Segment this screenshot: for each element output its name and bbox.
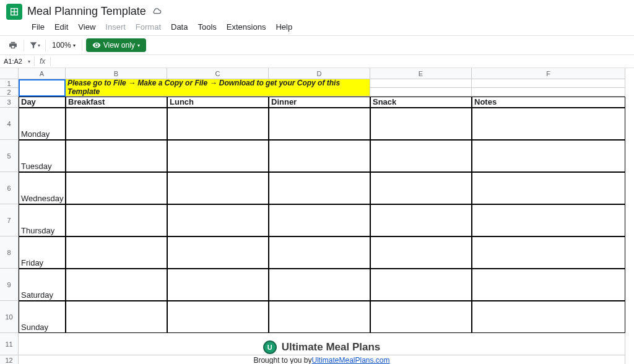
row-header-10[interactable]: 10 [0,301,19,333]
header-day[interactable]: Day [19,97,66,108]
row-header-4[interactable]: 4 [0,108,19,140]
cell[interactable] [167,269,269,301]
cell[interactable] [472,140,625,172]
cell[interactable] [269,236,370,269]
cell[interactable] [167,204,269,236]
cell[interactable] [66,172,167,204]
cell[interactable] [370,301,472,333]
day-sunday[interactable]: Sunday [19,301,66,333]
day-thursday[interactable]: Thursday [19,204,66,236]
ump-link[interactable]: UltimateMealPlans.com [312,356,390,365]
cell[interactable] [167,172,269,204]
column-header-row: A B C D E F [0,68,634,79]
col-header-d[interactable]: D [269,68,370,79]
col-header-b[interactable]: B [66,68,167,79]
cell[interactable] [472,269,625,301]
header-snack[interactable]: Snack [370,97,472,108]
menu-format[interactable]: Format [131,21,165,33]
print-icon[interactable] [6,38,20,52]
menu-help[interactable]: Help [271,21,297,33]
row-header-12[interactable]: 12 [0,355,19,364]
row-header-8[interactable]: 8 [0,236,19,269]
menu-tools[interactable]: Tools [193,21,220,33]
cell[interactable] [66,140,167,172]
cell[interactable] [269,172,370,204]
col-header-f[interactable]: F [472,68,625,79]
cell[interactable] [269,140,370,172]
cell[interactable] [66,204,167,236]
view-only-button[interactable]: View only ▾ [86,38,146,52]
header-dinner[interactable]: Dinner [269,97,370,108]
cells-area[interactable]: Please go to File → Make a Copy or File … [19,79,625,364]
filter-icon[interactable]: ▾ [28,38,41,52]
row-header-2[interactable]: 2 [0,88,19,97]
col-header-e[interactable]: E [370,68,472,79]
menu-data[interactable]: Data [167,21,192,33]
row-header-7[interactable]: 7 [0,204,19,236]
header-lunch[interactable]: Lunch [167,97,269,108]
cell[interactable] [472,172,625,204]
col-header-c[interactable]: C [167,68,269,79]
row-header-3[interactable]: 3 [0,97,19,108]
menu-file[interactable]: File [27,21,49,33]
cell[interactable] [66,108,167,140]
row-header-5[interactable]: 5 [0,140,19,172]
cloud-icon [152,7,162,19]
cell[interactable] [370,172,472,204]
day-wednesday[interactable]: Wednesday [19,172,66,204]
cell-f2[interactable] [472,88,625,97]
cell[interactable] [472,204,625,236]
menu-edit[interactable]: Edit [50,21,72,33]
cell[interactable] [66,236,167,269]
cell[interactable] [370,140,472,172]
toolbar: ▾ 100%▾ View only ▾ [0,35,634,55]
day-tuesday[interactable]: Tuesday [19,140,66,172]
cell[interactable] [269,108,370,140]
cell-a1a2[interactable] [19,79,66,97]
header-notes[interactable]: Notes [472,97,625,108]
cell[interactable] [472,108,625,140]
cell[interactable] [472,301,625,333]
cell[interactable] [66,301,167,333]
zoom-select[interactable]: 100%▾ [50,40,78,51]
cell[interactable] [269,301,370,333]
cell[interactable] [370,204,472,236]
row-header-9[interactable]: 9 [0,269,19,301]
fx-label: fx [35,57,51,66]
cell[interactable] [370,236,472,269]
app-header: Meal Planning Template [0,0,634,21]
select-all-corner[interactable] [0,68,19,79]
row-header-11[interactable]: 11 [0,333,19,355]
cell-e2[interactable] [370,88,472,97]
header-breakfast[interactable]: Breakfast [66,97,167,108]
cell[interactable] [269,204,370,236]
cell[interactable] [370,269,472,301]
cell[interactable] [269,269,370,301]
cell-e1[interactable] [370,79,472,88]
separator [82,40,82,51]
formula-bar[interactable] [51,60,634,63]
cell[interactable] [472,236,625,269]
menu-view[interactable]: View [74,21,100,33]
cell[interactable] [167,140,269,172]
cell[interactable] [167,236,269,269]
brought-by-row[interactable]: Brought to you by UltimateMealPlans.com [19,355,625,364]
cell-f1[interactable] [472,79,625,88]
brand-row[interactable]: U Ultimate Meal Plans [19,333,625,355]
day-monday[interactable]: Monday [19,108,66,140]
cell[interactable] [66,269,167,301]
day-saturday[interactable]: Saturday [19,269,66,301]
row-header-1[interactable]: 1 [0,79,19,88]
row-header-6[interactable]: 6 [0,172,19,204]
ump-logo-icon: U [263,340,277,354]
cell[interactable] [167,108,269,140]
col-header-a[interactable]: A [19,68,66,79]
document-title[interactable]: Meal Planning Template [27,5,146,18]
instruction-banner[interactable]: Please go to File → Make a Copy or File … [66,79,370,97]
menu-insert[interactable]: Insert [101,21,130,33]
name-box[interactable]: A1:A2▾ [0,56,35,66]
day-friday[interactable]: Friday [19,236,66,269]
cell[interactable] [370,108,472,140]
cell[interactable] [167,301,269,333]
menu-extensions[interactable]: Extensions [222,21,271,33]
